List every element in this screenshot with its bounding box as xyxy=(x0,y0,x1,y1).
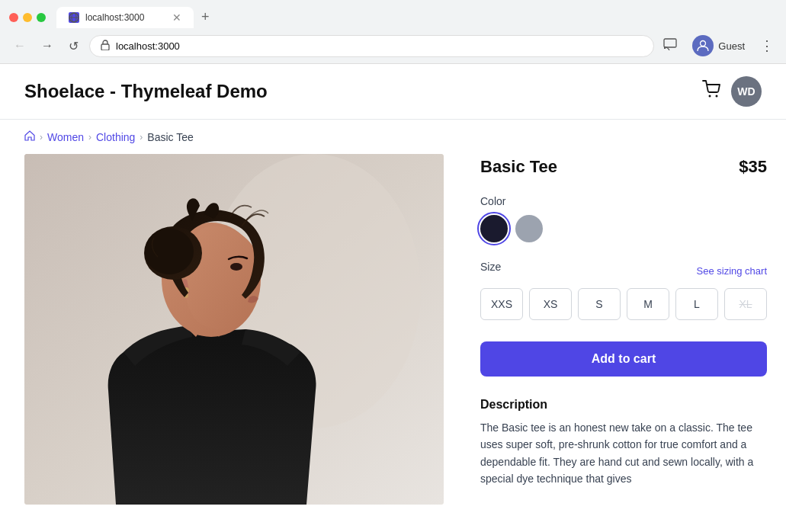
size-header: Size See sizing chart xyxy=(480,261,767,280)
browser-toolbar: ← → ↺ localhost:3000 xyxy=(0,28,786,63)
site-title: Shoelace - Thymeleaf Demo xyxy=(24,81,268,102)
address-bar[interactable]: localhost:3000 xyxy=(89,35,654,57)
size-xs[interactable]: XS xyxy=(529,288,572,320)
cart-button[interactable] xyxy=(702,80,722,103)
cast-button[interactable] xyxy=(660,35,680,57)
user-initials: WD xyxy=(737,85,755,98)
tab-close-button[interactable]: ✕ xyxy=(172,11,181,24)
svg-point-11 xyxy=(230,263,242,271)
add-to-cart-button[interactable]: Add to cart xyxy=(480,341,767,377)
product-name: Basic Tee xyxy=(480,157,557,177)
size-xxs[interactable]: XXS xyxy=(480,288,523,320)
breadcrumb-clothing[interactable]: Clothing xyxy=(96,131,135,143)
product-name-price: Basic Tee $35 xyxy=(480,157,767,177)
forward-button[interactable]: → xyxy=(37,36,58,56)
toolbar-right: Guest ⋮ xyxy=(660,33,777,59)
header-icons: WD xyxy=(702,76,762,107)
window-controls xyxy=(9,13,46,22)
back-button[interactable]: ← xyxy=(9,36,30,56)
svg-rect-4 xyxy=(664,39,676,47)
close-window-dot[interactable] xyxy=(9,13,18,22)
breadcrumb-women[interactable]: Women xyxy=(47,131,84,143)
reload-button[interactable]: ↺ xyxy=(64,36,83,56)
svg-point-6 xyxy=(709,95,711,98)
size-l[interactable]: L xyxy=(675,288,718,320)
size-m[interactable]: M xyxy=(627,288,669,320)
page-header: Shoelace - Thymeleaf Demo WD xyxy=(0,64,786,120)
user-account-label: Guest xyxy=(718,40,745,52)
size-options: XXS XS S M L XL xyxy=(480,288,767,320)
product-details: Basic Tee $35 Color Size See sizing char… xyxy=(480,154,767,505)
description-title: Description xyxy=(480,398,767,412)
color-swatch-black[interactable] xyxy=(480,215,508,242)
svg-point-5 xyxy=(701,41,706,46)
user-profile-avatar[interactable]: WD xyxy=(731,76,762,107)
color-swatch-gray[interactable] xyxy=(515,215,543,242)
product-image xyxy=(24,154,444,505)
product-container: Basic Tee $35 Color Size See sizing char… xyxy=(0,154,786,532)
description-text: The Basic tee is an honest new take on a… xyxy=(480,419,767,488)
browser-chrome: localhost:3000 ✕ + ← → ↺ localhost:3000 xyxy=(0,0,786,64)
url-display: localhost:3000 xyxy=(116,40,180,52)
breadcrumb-current: Basic Tee xyxy=(147,131,193,143)
minimize-window-dot[interactable] xyxy=(23,13,32,22)
svg-point-15 xyxy=(145,229,194,274)
breadcrumb-sep-0: › xyxy=(40,132,43,143)
breadcrumb: › Women › Clothing › Basic Tee xyxy=(0,120,786,154)
breadcrumb-sep-1: › xyxy=(88,132,91,143)
svg-point-7 xyxy=(716,95,718,98)
maximize-window-dot[interactable] xyxy=(37,13,46,22)
user-avatar-icon xyxy=(692,35,714,56)
active-tab[interactable]: localhost:3000 ✕ xyxy=(56,7,194,28)
product-price: $35 xyxy=(739,157,767,177)
secure-icon xyxy=(101,40,110,53)
product-image-container xyxy=(24,154,444,505)
color-label: Color xyxy=(480,195,767,207)
size-s[interactable]: S xyxy=(578,288,621,320)
user-account-button[interactable]: Guest xyxy=(686,33,751,59)
new-tab-button[interactable]: + xyxy=(195,6,216,28)
tab-title: localhost:3000 xyxy=(85,12,166,23)
color-options xyxy=(480,215,767,242)
browser-tabs: localhost:3000 ✕ + xyxy=(0,0,786,28)
breadcrumb-sep-2: › xyxy=(140,132,143,143)
browser-menu-button[interactable]: ⋮ xyxy=(757,34,777,57)
size-label: Size xyxy=(480,261,501,273)
size-xl[interactable]: XL xyxy=(724,288,767,320)
svg-rect-3 xyxy=(101,44,109,50)
sizing-chart-link[interactable]: See sizing chart xyxy=(697,265,768,277)
tab-favicon-icon xyxy=(69,12,79,23)
home-icon[interactable] xyxy=(24,130,35,143)
